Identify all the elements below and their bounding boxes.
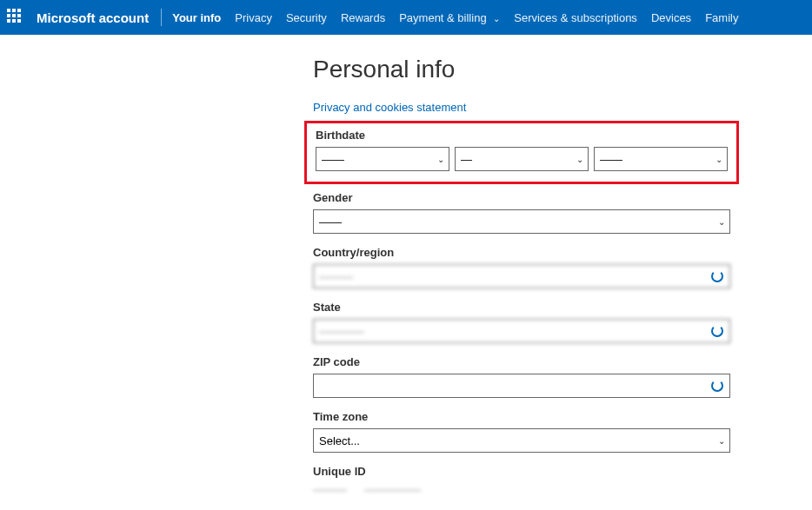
nav-payment-billing-label: Payment & billing: [399, 11, 486, 24]
nav-services[interactable]: Services & subscriptions: [514, 11, 637, 24]
country-label: Country/region: [313, 246, 730, 259]
top-nav: Microsoft account Your info Privacy Secu…: [0, 0, 812, 35]
page-title: Personal info: [313, 56, 730, 83]
birthdate-month-select[interactable]: ——: [316, 147, 449, 171]
nav-rewards[interactable]: Rewards: [341, 11, 385, 24]
nav-security[interactable]: Security: [286, 11, 327, 24]
unique-id-value-1: ———: [313, 483, 347, 496]
state-input[interactable]: [313, 319, 730, 343]
privacy-cookies-link[interactable]: Privacy and cookies statement: [313, 101, 466, 114]
gender-label: Gender: [313, 191, 730, 204]
gender-select[interactable]: ——: [313, 209, 730, 234]
unique-id-value-2: —————: [364, 483, 421, 496]
birthdate-day-select[interactable]: —: [455, 147, 589, 171]
country-input[interactable]: [313, 264, 730, 288]
app-launcher-icon[interactable]: [7, 9, 24, 26]
birthdate-highlight: Birthdate —— ⌄ — ⌄ ——: [304, 121, 739, 184]
nav-devices[interactable]: Devices: [651, 11, 691, 24]
chevron-down-icon: ⌄: [493, 14, 500, 23]
state-label: State: [313, 301, 730, 314]
zip-input[interactable]: [313, 374, 730, 398]
content-area: Personal info Privacy and cookies statem…: [0, 35, 730, 510]
brand-title[interactable]: Microsoft account: [37, 10, 149, 25]
timezone-select[interactable]: Select...: [313, 428, 730, 453]
birthdate-label: Birthdate: [316, 129, 728, 142]
nav-privacy[interactable]: Privacy: [235, 11, 272, 24]
zip-label: ZIP code: [313, 355, 730, 368]
unique-id-label: Unique ID: [313, 465, 730, 478]
birthdate-year-select[interactable]: ——: [594, 147, 728, 171]
nav-payment-billing[interactable]: Payment & billing ⌄: [399, 11, 500, 24]
nav-your-info[interactable]: Your info: [172, 11, 221, 24]
nav-divider: [161, 9, 162, 26]
nav-family[interactable]: Family: [705, 11, 738, 24]
timezone-label: Time zone: [313, 410, 730, 423]
